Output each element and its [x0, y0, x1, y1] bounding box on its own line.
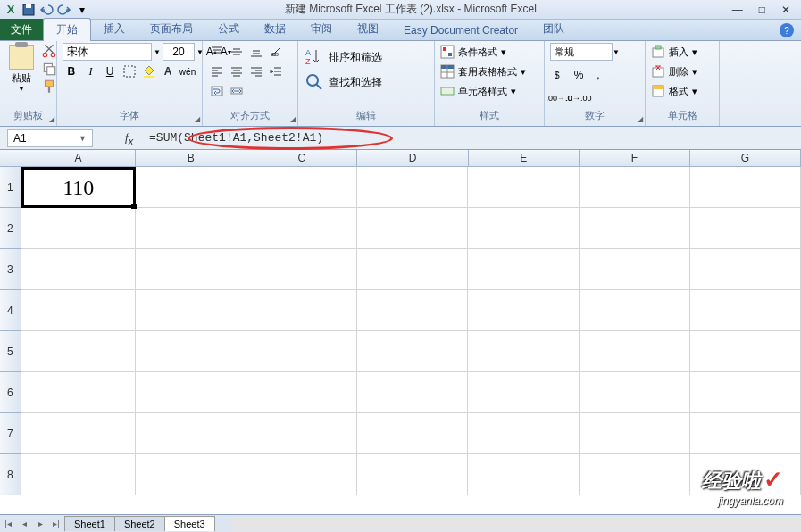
align-bottom-icon[interactable] — [247, 43, 265, 61]
border-button[interactable] — [121, 62, 138, 80]
cell-G7[interactable] — [690, 413, 801, 454]
underline-button[interactable]: U — [101, 62, 119, 80]
cell-G1[interactable] — [690, 167, 801, 208]
close-button[interactable]: ✕ — [781, 4, 790, 16]
cell-B6[interactable] — [136, 372, 246, 413]
cell-C8[interactable] — [246, 454, 357, 495]
currency-icon[interactable]: $ — [550, 66, 568, 84]
column-header-D[interactable]: D — [357, 150, 468, 166]
tab-view[interactable]: 视图 — [345, 18, 391, 40]
column-header-A[interactable]: A — [21, 150, 136, 166]
sheet-nav-prev-icon[interactable]: ◂ — [16, 516, 32, 532]
merge-cells-icon[interactable] — [228, 82, 246, 100]
horizontal-scrollbar[interactable] — [232, 517, 801, 531]
select-all-button[interactable] — [0, 150, 21, 167]
number-launcher-icon[interactable]: ◢ — [638, 115, 643, 123]
cell-styles-button[interactable]: 单元格样式 ▾ — [440, 82, 538, 100]
name-box[interactable]: A1 ▼ — [7, 129, 93, 147]
cell-B2[interactable] — [136, 208, 246, 249]
file-tab[interactable]: 文件 — [0, 19, 43, 40]
cell-B8[interactable] — [136, 454, 246, 495]
cell-G6[interactable] — [690, 372, 801, 413]
sort-filter-button[interactable]: AZ 排序和筛选 — [304, 46, 429, 68]
sheet-nav-next-icon[interactable]: ▸ — [32, 516, 48, 532]
wrap-text-icon[interactable] — [208, 82, 226, 100]
tab-review[interactable]: 审阅 — [298, 18, 345, 40]
cell-E4[interactable] — [468, 290, 579, 331]
fx-icon[interactable]: fx — [125, 130, 133, 146]
insert-cells-button[interactable]: 插入 ▾ — [651, 43, 713, 61]
cell-G2[interactable] — [690, 208, 801, 249]
cell-G5[interactable] — [690, 331, 801, 372]
sheet-nav-last-icon[interactable]: ▸| — [48, 516, 64, 532]
table-format-button[interactable]: 套用表格格式 ▾ — [440, 62, 538, 80]
row-header-1[interactable]: 1 — [0, 167, 21, 208]
fill-color-button[interactable] — [140, 62, 158, 80]
cut-icon[interactable] — [41, 43, 57, 59]
cell-C4[interactable] — [246, 290, 357, 331]
number-format-select[interactable] — [550, 43, 613, 61]
cell-D8[interactable] — [357, 454, 468, 495]
copy-icon[interactable] — [41, 61, 57, 77]
cell-E2[interactable] — [468, 208, 579, 249]
row-header-2[interactable]: 2 — [0, 208, 21, 249]
save-icon[interactable] — [21, 3, 36, 17]
delete-cells-button[interactable]: 删除 ▾ — [651, 62, 713, 80]
clipboard-launcher-icon[interactable]: ◢ — [49, 115, 54, 123]
redo-icon[interactable] — [57, 3, 71, 17]
cell-F7[interactable] — [580, 413, 690, 454]
font-name-select[interactable] — [63, 43, 152, 61]
cell-C1[interactable] — [246, 167, 357, 208]
font-size-select[interactable] — [163, 43, 195, 61]
sheet-tab-sheet1[interactable]: Sheet1 — [64, 516, 115, 531]
format-cells-button[interactable]: 格式 ▾ — [651, 82, 713, 100]
cell-E3[interactable] — [468, 249, 579, 290]
help-button[interactable]: ? — [780, 23, 794, 37]
font-color-button[interactable]: A — [159, 62, 177, 80]
align-center-icon[interactable] — [228, 62, 246, 80]
cell-A6[interactable] — [21, 372, 136, 413]
conditional-format-button[interactable]: 条件格式 ▾ — [440, 43, 538, 61]
cell-D3[interactable] — [357, 249, 468, 290]
cell-B4[interactable] — [136, 290, 246, 331]
cell-A8[interactable] — [21, 454, 136, 495]
tab-page-layout[interactable]: 页面布局 — [138, 18, 205, 40]
cell-G4[interactable] — [690, 290, 801, 331]
cell-B3[interactable] — [136, 249, 246, 290]
cell-D7[interactable] — [357, 413, 468, 454]
align-right-icon[interactable] — [247, 62, 265, 80]
cell-G3[interactable] — [690, 249, 801, 290]
cell-D4[interactable] — [357, 290, 468, 331]
cell-C6[interactable] — [246, 372, 357, 413]
cell-A3[interactable] — [21, 249, 136, 290]
row-header-8[interactable]: 8 — [0, 454, 21, 495]
alignment-launcher-icon[interactable]: ◢ — [290, 115, 296, 123]
cell-B5[interactable] — [136, 331, 246, 372]
align-middle-icon[interactable] — [228, 43, 246, 61]
cell-C5[interactable] — [246, 331, 357, 372]
sheet-tab-sheet3[interactable]: Sheet3 — [164, 516, 215, 531]
formula-input[interactable]: =SUM(Sheet1!A1,Sheet2!A1) — [138, 131, 794, 145]
cell-C3[interactable] — [246, 249, 357, 290]
comma-icon[interactable]: , — [589, 66, 607, 84]
cell-E8[interactable] — [468, 454, 579, 495]
cell-B7[interactable] — [136, 413, 246, 454]
cell-D6[interactable] — [357, 372, 468, 413]
spreadsheet-grid[interactable]: ABCDEFG 11102345678 — [0, 150, 801, 516]
column-header-B[interactable]: B — [136, 150, 246, 166]
maximize-button[interactable]: □ — [759, 4, 765, 16]
cell-D5[interactable] — [357, 331, 468, 372]
column-header-F[interactable]: F — [580, 150, 690, 166]
font-launcher-icon[interactable]: ◢ — [195, 115, 200, 123]
align-top-icon[interactable] — [208, 43, 226, 61]
tab-easy-doc[interactable]: Easy Document Creator — [391, 21, 530, 40]
column-header-G[interactable]: G — [690, 150, 801, 166]
cell-F3[interactable] — [580, 249, 690, 290]
cell-A2[interactable] — [21, 208, 136, 249]
sheet-nav-first-icon[interactable]: |◂ — [0, 516, 16, 532]
cell-E1[interactable] — [468, 167, 579, 208]
align-left-icon[interactable] — [208, 62, 226, 80]
tab-team[interactable]: 团队 — [530, 18, 577, 40]
qat-more-icon[interactable]: ▾ — [75, 3, 89, 17]
row-header-7[interactable]: 7 — [0, 413, 21, 454]
